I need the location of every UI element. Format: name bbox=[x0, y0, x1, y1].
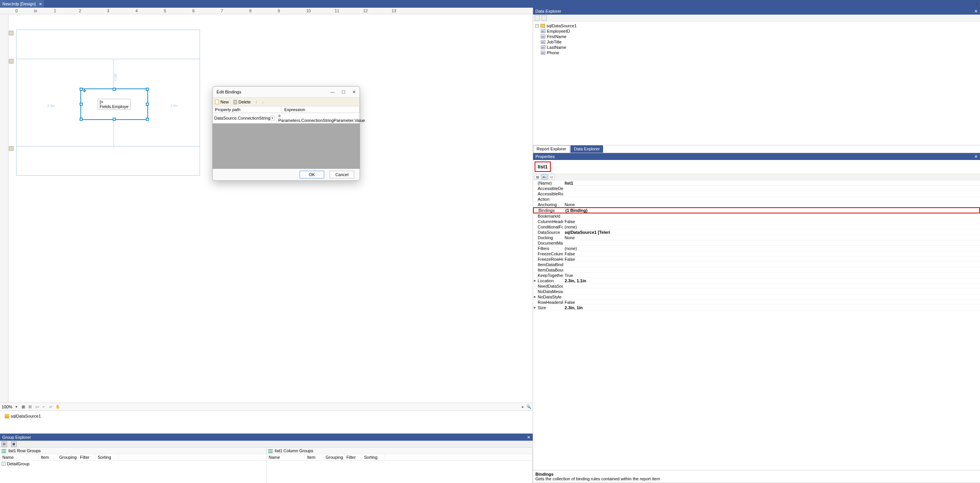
property-row[interactable]: ColumnHeadersFalse bbox=[533, 219, 980, 224]
property-row[interactable]: Filters(none) bbox=[533, 246, 980, 251]
tree-field[interactable]: abPhone bbox=[541, 50, 978, 55]
resize-handle[interactable] bbox=[146, 88, 149, 91]
property-row[interactable]: AccessibleRole bbox=[533, 191, 980, 197]
property-row[interactable]: NoDataMessag bbox=[533, 289, 980, 294]
section-marker-icon[interactable] bbox=[9, 59, 13, 63]
property-value[interactable]: None bbox=[563, 202, 980, 207]
align-icon[interactable]: ⌐ bbox=[41, 404, 47, 410]
close-panel-icon[interactable]: ✕ bbox=[527, 435, 530, 440]
maximize-icon[interactable]: ☐ bbox=[342, 90, 345, 95]
close-tab-icon[interactable]: ✕ bbox=[39, 2, 42, 6]
new-button[interactable]: New bbox=[215, 100, 229, 104]
property-row[interactable]: Action bbox=[533, 197, 980, 202]
property-row[interactable]: AnchoringNone bbox=[533, 202, 980, 207]
property-row[interactable]: FreezeColumnHFalse bbox=[533, 251, 980, 256]
property-value[interactable]: 2.3in, 1in bbox=[563, 305, 980, 310]
section-marker-icon[interactable] bbox=[9, 146, 13, 151]
property-row[interactable]: RowHeadersPriFalse bbox=[533, 300, 980, 305]
alphabetical-icon[interactable]: A↓ bbox=[542, 174, 548, 180]
field-expression[interactable]: [= Fields.Employe bbox=[98, 99, 131, 110]
property-value[interactable]: False bbox=[563, 300, 980, 305]
collapse-all-icon[interactable] bbox=[542, 15, 547, 21]
resize-handle[interactable] bbox=[80, 118, 83, 121]
property-row[interactable]: DocumentMapT bbox=[533, 240, 980, 246]
tree-field[interactable]: abJobTitle bbox=[541, 39, 978, 45]
section-marker-icon[interactable] bbox=[9, 31, 13, 35]
snap-grid-icon[interactable]: ⊞ bbox=[27, 404, 33, 410]
ge-mode1-icon[interactable]: ▤ bbox=[2, 441, 7, 447]
property-value[interactable]: False bbox=[563, 219, 980, 224]
tab-data-explorer[interactable]: Data Explorer bbox=[570, 145, 603, 153]
tree-node[interactable]: − sqlDataSource1 bbox=[535, 23, 978, 28]
minimize-icon[interactable]: — bbox=[330, 90, 335, 95]
property-value[interactable]: (none) bbox=[563, 246, 980, 251]
property-value[interactable]: None bbox=[563, 235, 980, 240]
grid-toggle-icon[interactable]: ▦ bbox=[20, 404, 26, 410]
ok-button[interactable]: OK bbox=[300, 171, 324, 178]
resize-handle[interactable] bbox=[146, 118, 149, 121]
resize-handle[interactable] bbox=[80, 103, 83, 106]
expression-cell[interactable]: = Parameters.ConnectionStringParameter.V… bbox=[277, 113, 367, 123]
col-property-path[interactable]: Property path bbox=[213, 107, 282, 113]
resize-handle[interactable] bbox=[146, 103, 149, 106]
dimensions-icon[interactable]: ▱ bbox=[48, 404, 54, 410]
report-page[interactable]: ✥ [= Fields.Employe 2.3in 1.9in 1.1in bbox=[16, 30, 200, 176]
property-row[interactable]: ▸Location2.3in, 1.1in bbox=[533, 278, 980, 283]
cancel-button[interactable]: Cancel bbox=[330, 171, 354, 178]
dialog-grid-row[interactable]: DataSource.ConnectionString ▾ = Paramete… bbox=[213, 113, 360, 123]
property-row[interactable]: DataSourcesqlDataSource1 [Teleri bbox=[533, 230, 980, 235]
selected-list-item[interactable]: ✥ [= Fields.Employe bbox=[80, 88, 148, 120]
collapse-icon[interactable]: − bbox=[2, 462, 5, 466]
scroll-right-icon[interactable]: ▸ bbox=[520, 404, 526, 410]
ge-mode2-icon[interactable]: ▦ bbox=[11, 441, 17, 447]
pan-icon[interactable]: ✋ bbox=[55, 404, 61, 410]
move-handle-icon[interactable]: ✥ bbox=[83, 88, 86, 93]
tree-field[interactable]: abEmployeeID bbox=[541, 28, 978, 34]
property-row[interactable]: ConditionalForm(none) bbox=[533, 224, 980, 230]
document-tab[interactable]: New.trdp [Design] ✕ bbox=[0, 0, 45, 8]
tab-overflow-icon[interactable]: ▾ bbox=[973, 2, 980, 6]
tree-field[interactable]: abFirstName bbox=[541, 34, 978, 39]
property-row[interactable]: Bindings(1 Binding) bbox=[533, 207, 980, 213]
expand-icon[interactable]: ▸ bbox=[533, 294, 537, 299]
property-path-cell[interactable]: DataSource.ConnectionString ▾ bbox=[213, 113, 277, 123]
property-row[interactable]: ▸NoDataStyle bbox=[533, 294, 980, 300]
property-row[interactable]: AccessibleDesc bbox=[533, 186, 980, 191]
resize-handle[interactable] bbox=[80, 88, 83, 91]
property-row[interactable]: ItemDataBinding bbox=[533, 262, 980, 267]
expand-icon[interactable]: ▸ bbox=[533, 278, 537, 283]
close-icon[interactable]: ✕ bbox=[352, 90, 356, 95]
property-row[interactable]: BookmarkId bbox=[533, 213, 980, 219]
close-panel-icon[interactable]: ✕ bbox=[974, 154, 978, 159]
property-row[interactable]: KeepTogetherTrue bbox=[533, 273, 980, 278]
property-row[interactable]: ▸Size2.3in, 1in bbox=[533, 305, 980, 310]
close-panel-icon[interactable]: ✕ bbox=[974, 9, 978, 14]
properties-pages-icon[interactable]: ▭ bbox=[548, 174, 555, 180]
report-canvas[interactable]: ✥ [= Fields.Employe 2.3in 1.9in 1.1in bbox=[8, 14, 533, 403]
property-value[interactable]: True bbox=[563, 273, 980, 278]
delete-button[interactable]: Delete bbox=[233, 100, 251, 104]
zoom-value[interactable]: 100% bbox=[2, 405, 12, 409]
property-value[interactable]: (none) bbox=[563, 225, 980, 229]
refresh-icon[interactable] bbox=[535, 15, 540, 21]
property-value[interactable]: False bbox=[563, 251, 980, 256]
zoom-dropdown-icon[interactable]: ▾ bbox=[13, 404, 19, 410]
property-value[interactable]: 2.3in, 1.1in bbox=[563, 278, 980, 283]
property-value[interactable]: (1 Binding) bbox=[564, 208, 979, 213]
property-row[interactable]: (Name)list1 bbox=[533, 180, 980, 186]
property-row[interactable]: DockingNone bbox=[533, 235, 980, 240]
dialog-grid-body[interactable] bbox=[213, 123, 360, 169]
property-row[interactable]: ItemDataBound bbox=[533, 267, 980, 273]
row-group-item[interactable]: − DetailGroup bbox=[0, 461, 266, 467]
tree-field[interactable]: abLastName bbox=[541, 45, 978, 50]
properties-object-selector[interactable]: list1 bbox=[535, 162, 551, 172]
collapse-icon[interactable]: − bbox=[535, 24, 539, 28]
dialog-titlebar[interactable]: Edit Bindings — ☐ ✕ bbox=[213, 87, 360, 97]
resize-handle[interactable] bbox=[113, 88, 116, 91]
col-expression[interactable]: Expression bbox=[282, 107, 360, 113]
zoom-fit-icon[interactable]: 🔍 bbox=[526, 404, 532, 410]
property-value[interactable]: list1 bbox=[563, 181, 980, 185]
move-down-icon[interactable]: ↓ bbox=[262, 100, 264, 104]
expand-icon[interactable]: ▸ bbox=[533, 305, 537, 310]
datasource-item[interactable]: sqlDataSource1 bbox=[5, 414, 41, 418]
